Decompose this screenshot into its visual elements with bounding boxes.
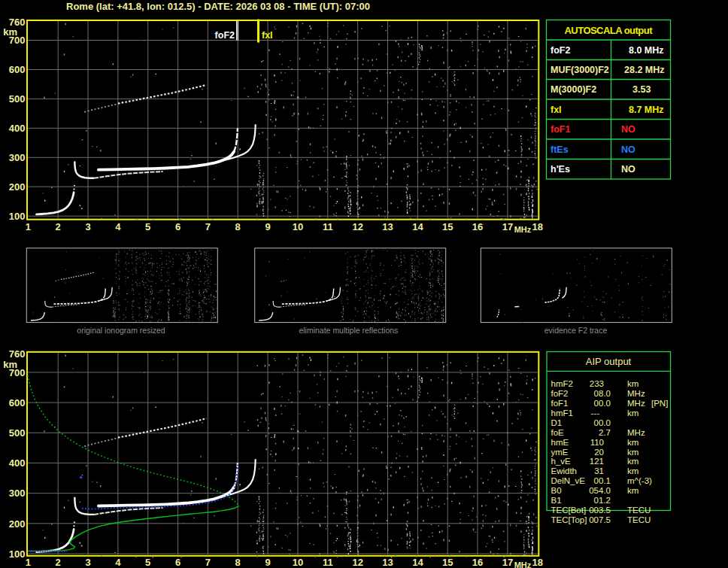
svg-text:8: 8: [235, 557, 241, 568]
svg-text:700: 700: [9, 367, 26, 378]
svg-text:14: 14: [412, 557, 423, 568]
svg-text:2.7: 2.7: [599, 428, 611, 437]
svg-text:foF2: foF2: [551, 45, 570, 56]
svg-text:evidence F2 trace: evidence F2 trace: [544, 326, 608, 335]
svg-text:[PN]: [PN]: [651, 399, 668, 408]
svg-text:11: 11: [323, 557, 333, 568]
svg-text:1: 1: [26, 221, 31, 232]
svg-text:4: 4: [115, 221, 121, 232]
svg-text:DelN_vE: DelN_vE: [551, 476, 586, 485]
svg-text:foF1: foF1: [551, 399, 569, 408]
svg-text:3: 3: [85, 221, 90, 232]
svg-text:00.0: 00.0: [594, 399, 611, 408]
svg-text:200: 200: [9, 518, 26, 530]
svg-text:003.5: 003.5: [589, 506, 611, 515]
svg-text:100: 100: [9, 211, 26, 222]
svg-text:km: km: [627, 379, 639, 388]
svg-text:AIP output: AIP output: [586, 356, 632, 367]
svg-text:12: 12: [352, 221, 362, 232]
svg-text:4: 4: [115, 557, 121, 568]
svg-text:200: 200: [9, 181, 26, 193]
svg-text:foE: foE: [551, 428, 565, 437]
svg-text:AUTOSCALA output: AUTOSCALA output: [565, 25, 654, 36]
svg-text:km: km: [627, 448, 639, 457]
svg-text:10: 10: [293, 557, 303, 568]
svg-text:5: 5: [145, 557, 150, 568]
svg-text:7: 7: [205, 221, 211, 232]
svg-text:fxI: fxI: [262, 30, 273, 41]
svg-text:11: 11: [323, 221, 333, 232]
svg-text:9: 9: [265, 221, 270, 232]
svg-text:700: 700: [9, 35, 26, 46]
svg-text:h'Es: h'Es: [551, 164, 570, 175]
svg-text:hmF1: hmF1: [551, 409, 573, 418]
svg-text:300: 300: [9, 488, 26, 499]
svg-text:6: 6: [175, 221, 180, 232]
svg-text:km: km: [627, 409, 639, 418]
svg-text:16: 16: [472, 557, 483, 568]
svg-text:13: 13: [382, 557, 393, 568]
svg-text:D1: D1: [551, 418, 563, 427]
svg-text:18: 18: [532, 557, 543, 568]
svg-text:m^(-3): m^(-3): [627, 476, 652, 485]
svg-text:3: 3: [85, 557, 90, 568]
svg-text:7: 7: [205, 557, 211, 568]
svg-text:400: 400: [9, 123, 26, 134]
svg-text:---: ---: [591, 409, 600, 418]
svg-text:17: 17: [502, 221, 513, 232]
svg-text:3.53: 3.53: [632, 84, 651, 95]
svg-text:ymE: ymE: [551, 448, 569, 457]
svg-text:007.5: 007.5: [589, 515, 611, 524]
svg-text:600: 600: [9, 64, 26, 75]
svg-text:00.1: 00.1: [594, 476, 611, 485]
svg-text:B0: B0: [551, 486, 562, 495]
svg-text:TECU: TECU: [627, 506, 651, 515]
svg-text:6: 6: [175, 557, 180, 568]
svg-text:31: 31: [594, 466, 604, 475]
svg-text:MHz: MHz: [627, 399, 645, 408]
svg-text:110: 110: [590, 438, 604, 447]
svg-text:13: 13: [382, 221, 393, 232]
svg-text:km: km: [627, 438, 639, 447]
svg-text:MHz: MHz: [627, 389, 645, 398]
svg-text:TEC[Top]: TEC[Top]: [551, 515, 587, 524]
svg-text:fxI: fxI: [551, 105, 562, 115]
svg-text:8.0 MHz: 8.0 MHz: [629, 45, 664, 56]
svg-text:9: 9: [265, 557, 270, 568]
svg-text:NO: NO: [621, 124, 635, 135]
svg-text:500: 500: [9, 427, 26, 439]
svg-text:eliminate multiple reflections: eliminate multiple reflections: [299, 326, 398, 335]
svg-text:500: 500: [9, 93, 26, 105]
svg-text:300: 300: [9, 152, 26, 163]
svg-text:233: 233: [590, 379, 604, 388]
svg-text:054.0: 054.0: [589, 486, 611, 495]
svg-text:10: 10: [293, 221, 303, 232]
svg-text:400: 400: [9, 457, 26, 469]
svg-text:B1: B1: [551, 496, 562, 505]
svg-text:h_vE: h_vE: [551, 457, 572, 466]
svg-text:01.2: 01.2: [594, 496, 611, 505]
svg-text:foF2: foF2: [551, 389, 569, 398]
svg-text:8.7 MHz: 8.7 MHz: [629, 105, 664, 115]
svg-text:NO: NO: [621, 144, 635, 155]
svg-text:km: km: [627, 457, 639, 466]
svg-text:hmF2: hmF2: [551, 379, 573, 388]
svg-text:18: 18: [532, 221, 543, 232]
svg-text:16: 16: [472, 221, 483, 232]
svg-text:2: 2: [56, 221, 61, 232]
svg-text:MHz: MHz: [627, 428, 645, 437]
svg-text:100: 100: [9, 548, 26, 560]
svg-text:1: 1: [26, 557, 31, 568]
svg-text:00.0: 00.0: [594, 418, 611, 427]
svg-text:15: 15: [442, 221, 453, 232]
svg-text:km: km: [627, 466, 639, 475]
svg-text:TECU: TECU: [627, 515, 651, 524]
svg-text:17: 17: [502, 557, 513, 568]
svg-text:NO: NO: [621, 164, 635, 175]
svg-text:foF1: foF1: [551, 124, 570, 135]
svg-text:15: 15: [442, 557, 453, 568]
svg-text:20: 20: [594, 448, 604, 457]
svg-text:28.2 MHz: 28.2 MHz: [624, 65, 665, 75]
svg-text:8: 8: [235, 221, 241, 232]
svg-text:14: 14: [412, 221, 423, 232]
